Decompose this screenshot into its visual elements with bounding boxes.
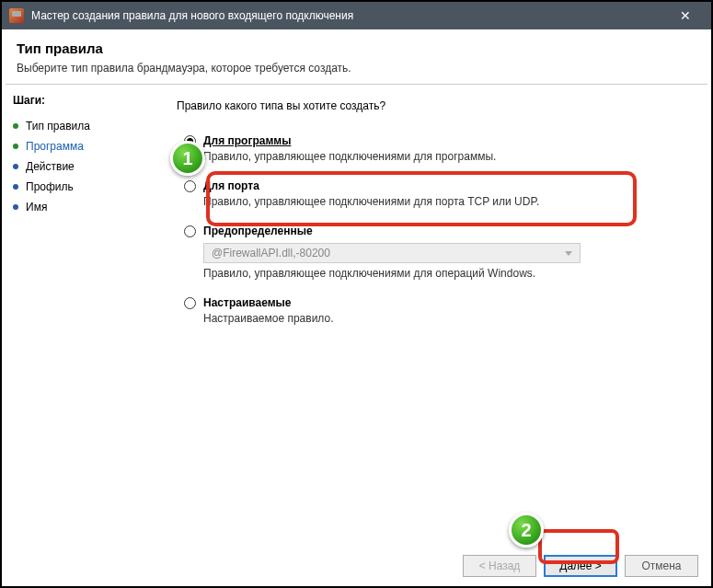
step-label: Тип правила bbox=[26, 120, 90, 133]
back-button: < Назад bbox=[463, 555, 536, 577]
step-label: Профиль bbox=[26, 180, 74, 193]
option-program-desc: Правило, управляющее подключениями для п… bbox=[203, 150, 691, 163]
cancel-button[interactable]: Отмена bbox=[625, 555, 698, 577]
close-button[interactable]: ✕ bbox=[667, 2, 704, 29]
body: Шаги: Тип правила Программа Действие Про… bbox=[2, 85, 711, 534]
step-name[interactable]: Имя bbox=[13, 197, 151, 217]
bullet-icon bbox=[13, 204, 18, 210]
option-program-label[interactable]: Для программы bbox=[203, 134, 291, 147]
radio-port[interactable] bbox=[184, 180, 196, 192]
step-label: Действие bbox=[26, 160, 75, 173]
step-label: Программа bbox=[26, 140, 84, 153]
bullet-icon bbox=[13, 144, 18, 149]
option-port: Для порта Правило, управляющее подключен… bbox=[177, 179, 691, 208]
page-subtitle: Выберите тип правила брандмауэра, которо… bbox=[17, 62, 696, 75]
radio-custom[interactable] bbox=[184, 297, 196, 309]
option-predefined-label[interactable]: Предопределенные bbox=[203, 225, 313, 237]
window-title: Мастер создания правила для нового входя… bbox=[31, 9, 667, 22]
bullet-icon bbox=[13, 123, 18, 129]
option-predefined: Предопределенные @FirewallAPI.dll,-80200… bbox=[177, 225, 691, 280]
next-button[interactable]: Далее > bbox=[544, 555, 617, 577]
option-port-desc: Правило, управляющее подключениями для п… bbox=[203, 195, 691, 208]
option-port-label[interactable]: Для порта bbox=[203, 179, 259, 192]
radio-program[interactable] bbox=[184, 135, 196, 147]
content-question: Правило какого типа вы хотите создать? bbox=[177, 99, 691, 112]
bullet-icon bbox=[13, 184, 18, 190]
option-program: Для программы Правило, управляющее подкл… bbox=[177, 134, 691, 163]
radio-predefined[interactable] bbox=[184, 225, 196, 237]
step-label: Имя bbox=[26, 201, 47, 213]
wizard-window: Мастер создания правила для нового входя… bbox=[0, 0, 713, 588]
step-action[interactable]: Действие bbox=[13, 156, 151, 177]
content-pane: Правило какого типа вы хотите создать? Д… bbox=[162, 85, 711, 534]
header: Тип правила Выберите тип правила брандма… bbox=[2, 29, 711, 84]
option-predefined-desc: Правило, управляющее подключениями для о… bbox=[203, 267, 691, 280]
option-custom-label[interactable]: Настраиваемые bbox=[203, 296, 291, 309]
option-custom: Настраиваемые Настраиваемое правило. bbox=[177, 296, 691, 325]
bullet-icon bbox=[13, 164, 18, 169]
footer-buttons: < Назад Далее > Отмена bbox=[463, 555, 698, 577]
steps-heading: Шаги: bbox=[13, 94, 151, 107]
option-custom-desc: Настраиваемое правило. bbox=[203, 312, 691, 325]
predefined-combo[interactable]: @FirewallAPI.dll,-80200 bbox=[203, 243, 581, 263]
firewall-icon bbox=[9, 8, 24, 23]
page-title: Тип правила bbox=[17, 40, 696, 56]
step-profile[interactable]: Профиль bbox=[13, 177, 151, 197]
steps-sidebar: Шаги: Тип правила Программа Действие Про… bbox=[2, 85, 162, 534]
titlebar: Мастер создания правила для нового входя… bbox=[2, 2, 711, 29]
step-rule-type[interactable]: Тип правила bbox=[13, 116, 151, 136]
combo-value: @FirewallAPI.dll,-80200 bbox=[212, 247, 330, 259]
step-program[interactable]: Программа bbox=[13, 136, 151, 156]
